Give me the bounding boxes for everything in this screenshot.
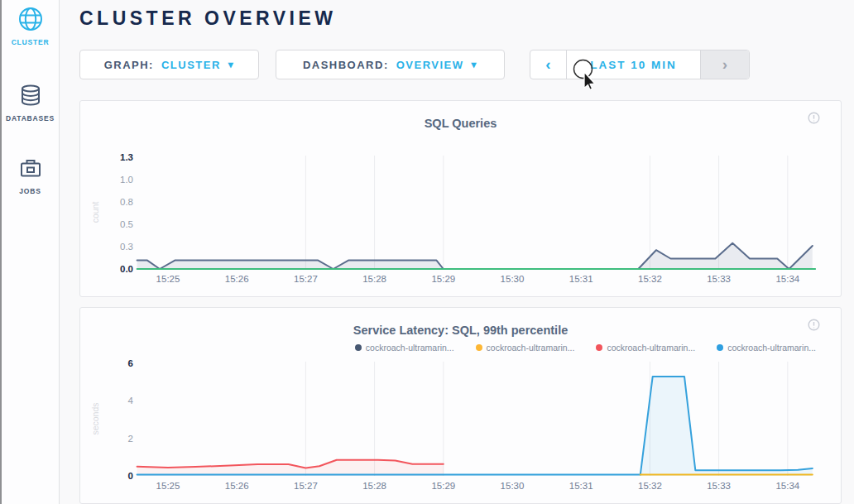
chevron-down-icon: ▾ xyxy=(228,59,235,70)
svg-text:15:32: 15:32 xyxy=(638,274,662,284)
svg-text:15:28: 15:28 xyxy=(362,274,386,284)
svg-text:15:30: 15:30 xyxy=(501,481,525,491)
svg-text:0: 0 xyxy=(128,471,133,481)
service-latency-plot[interactable]: 15:2515:2615:2715:2815:2915:3015:3115:32… xyxy=(80,308,842,504)
svg-text:15:26: 15:26 xyxy=(225,481,249,491)
time-window-next-button[interactable]: › xyxy=(701,50,749,79)
main-content: CLUSTER OVERVIEW GRAPH: CLUSTER ▾ DASHBO… xyxy=(60,0,854,504)
svg-text:6: 6 xyxy=(128,358,133,368)
svg-text:15:31: 15:31 xyxy=(569,481,593,491)
svg-text:1.0: 1.0 xyxy=(120,175,133,185)
svg-text:15:29: 15:29 xyxy=(431,481,455,491)
svg-text:2: 2 xyxy=(128,434,133,444)
svg-text:1.3: 1.3 xyxy=(120,152,133,162)
sidebar-item-jobs[interactable]: JOBS xyxy=(2,156,60,195)
svg-text:0.0: 0.0 xyxy=(120,264,133,274)
graph-dropdown-value: CLUSTER xyxy=(161,59,221,71)
time-window-value[interactable]: LAST 10 MIN xyxy=(566,50,701,79)
svg-text:0.8: 0.8 xyxy=(120,197,133,207)
service-latency-chart-card: Service Latency: SQL, 99th percentile co… xyxy=(79,307,842,504)
svg-text:15:32: 15:32 xyxy=(638,481,662,491)
svg-text:15:26: 15:26 xyxy=(225,274,249,284)
time-window-prev-button[interactable]: ‹ xyxy=(530,50,566,79)
svg-text:15:27: 15:27 xyxy=(294,274,318,284)
briefcase-icon xyxy=(18,156,43,184)
svg-text:15:30: 15:30 xyxy=(501,274,525,284)
svg-text:0.3: 0.3 xyxy=(120,242,133,252)
svg-text:15:28: 15:28 xyxy=(362,481,386,491)
svg-text:15:27: 15:27 xyxy=(294,481,318,491)
dashboard-dropdown-label: DASHBOARD: xyxy=(303,59,389,71)
sidebar-item-label: JOBS xyxy=(19,187,41,195)
svg-text:15:34: 15:34 xyxy=(775,274,799,284)
time-window-selector: ‹ LAST 10 MIN › xyxy=(530,50,750,79)
svg-text:15:25: 15:25 xyxy=(156,274,180,284)
dashboard-dropdown-value: OVERVIEW xyxy=(396,59,464,71)
chevron-down-icon: ▾ xyxy=(472,59,478,70)
sidebar-item-label: DATABASES xyxy=(6,114,55,122)
sql-queries-chart-card: SQL Queries 15:2515:2615:2715:2815:2915:… xyxy=(79,100,842,297)
svg-text:15:25: 15:25 xyxy=(156,481,180,491)
graph-dropdown[interactable]: GRAPH: CLUSTER ▾ xyxy=(79,50,259,79)
sidebar: CLUSTER DATABASES JOBS xyxy=(2,0,60,504)
svg-text:15:33: 15:33 xyxy=(707,481,731,491)
chevron-left-icon: ‹ xyxy=(545,55,550,74)
page-title: CLUSTER OVERVIEW xyxy=(79,7,337,30)
sql-queries-plot[interactable]: 15:2515:2615:2715:2815:2915:3015:3115:32… xyxy=(80,101,842,298)
svg-text:seconds: seconds xyxy=(90,402,100,434)
sidebar-item-cluster[interactable]: CLUSTER xyxy=(2,7,60,46)
svg-text:15:34: 15:34 xyxy=(775,481,799,491)
svg-text:15:29: 15:29 xyxy=(431,274,455,284)
dashboard-dropdown[interactable]: DASHBOARD: OVERVIEW ▾ xyxy=(276,50,505,79)
sidebar-item-label: CLUSTER xyxy=(12,38,50,46)
svg-text:count: count xyxy=(90,202,100,223)
svg-text:0.5: 0.5 xyxy=(120,219,133,229)
svg-text:4: 4 xyxy=(128,396,134,406)
sidebar-item-databases[interactable]: DATABASES xyxy=(2,83,60,122)
globe-icon xyxy=(18,7,43,35)
chevron-right-icon: › xyxy=(722,55,727,74)
svg-text:15:31: 15:31 xyxy=(569,274,593,284)
database-icon xyxy=(18,83,43,111)
graph-dropdown-label: GRAPH: xyxy=(104,59,154,71)
svg-text:15:33: 15:33 xyxy=(707,274,731,284)
